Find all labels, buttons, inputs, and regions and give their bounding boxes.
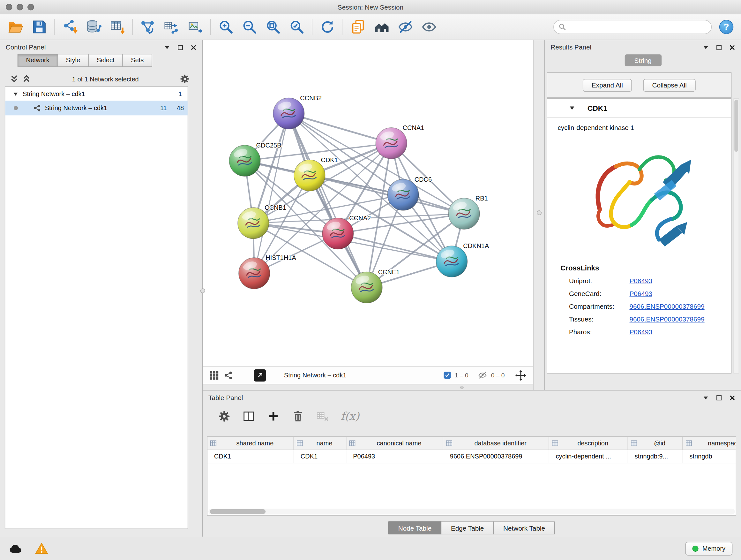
table-horizontal-scrollbar[interactable]	[208, 509, 735, 514]
column-header[interactable]: @id	[628, 437, 683, 449]
search-box	[553, 20, 712, 34]
disclosure-triangle-icon[interactable]	[569, 105, 575, 111]
tab-node-table[interactable]: Node Table	[388, 521, 442, 534]
open-in-new-window-button[interactable]	[254, 369, 266, 381]
node-label: CCNB1	[265, 204, 286, 211]
close-window-button[interactable]	[6, 3, 12, 10]
table-panel-title: Table Panel	[208, 394, 243, 401]
import-network-database-button[interactable]	[82, 16, 105, 38]
gene-header[interactable]: CDK1	[547, 99, 731, 118]
collapse-all-button[interactable]: Collapse All	[643, 79, 696, 91]
search-input[interactable]	[569, 23, 706, 30]
table-tabs: Node Table Edge Table Network Table	[203, 521, 741, 534]
network-node-HIST1H1A[interactable]: HIST1H1A	[239, 254, 296, 289]
float-panel-icon[interactable]	[177, 44, 183, 50]
tab-select[interactable]: Select	[88, 54, 123, 67]
close-panel-icon[interactable]	[191, 44, 197, 50]
grid-view-icon[interactable]	[209, 370, 219, 380]
network-canvas[interactable]: CCNB2CCNA1CDC25BCDK1CDC6RB1CCNB1CCNA2CDK…	[203, 40, 533, 384]
open-session-button[interactable]	[4, 16, 27, 38]
string-tab[interactable]: String	[624, 54, 662, 66]
table-settings-gear-icon[interactable]	[218, 410, 231, 422]
float-panel-icon[interactable]	[716, 44, 722, 50]
delete-column-icon[interactable]	[292, 410, 305, 422]
results-scrollbar[interactable]	[733, 98, 739, 374]
crosslink-link[interactable]: P06493	[630, 277, 652, 285]
column-header[interactable]: shared name	[207, 437, 294, 449]
vertical-splitter[interactable]	[533, 40, 544, 390]
hide-selected-button[interactable]	[394, 16, 417, 38]
zoom-out-button[interactable]	[238, 16, 261, 38]
expand-all-button[interactable]: Expand All	[583, 79, 632, 91]
zoom-window-button[interactable]	[27, 3, 34, 10]
tab-network[interactable]: Network	[17, 54, 58, 67]
pan-crosshair-icon[interactable]	[515, 369, 527, 381]
network-node-CDKN1A[interactable]: CDKN1A	[436, 242, 489, 277]
zoom-selected-button[interactable]	[285, 16, 309, 38]
import-table-file-button[interactable]	[105, 16, 129, 38]
crosslink-link[interactable]: 9606.ENSP00000378699	[630, 315, 704, 323]
birdseye-view-icon[interactable]	[223, 370, 233, 380]
network-node-CCNB1[interactable]: CCNB1	[238, 204, 286, 239]
selected-checkbox-icon[interactable]	[444, 372, 451, 379]
scrollbar-thumb[interactable]	[210, 509, 266, 514]
horizontal-splitter[interactable]	[203, 384, 533, 390]
network-collection-row[interactable]: String Network – cdk1 1	[5, 87, 188, 101]
column-header[interactable]: database identifier	[443, 437, 549, 449]
copy-document-button[interactable]	[346, 16, 370, 38]
column-header[interactable]: name	[294, 437, 346, 449]
network-node-CDK1[interactable]: CDK1	[294, 157, 338, 191]
splitter-handle[interactable]	[537, 210, 542, 215]
minimize-window-button[interactable]	[17, 3, 23, 10]
help-button[interactable]: ?	[719, 20, 733, 34]
show-columns-icon[interactable]	[243, 410, 255, 422]
close-panel-icon[interactable]	[729, 395, 735, 401]
export-network-button[interactable]	[160, 16, 184, 38]
disclosure-triangle-icon[interactable]	[13, 91, 18, 97]
network-node-CCNB2[interactable]: CCNB2	[273, 95, 322, 129]
tab-style[interactable]: Style	[57, 54, 89, 67]
warning-icon[interactable]	[35, 543, 48, 555]
save-session-button[interactable]	[27, 16, 51, 38]
tab-edge-table[interactable]: Edge Table	[441, 521, 494, 534]
memory-button[interactable]: Memory	[685, 542, 733, 555]
birdseye-home-button[interactable]	[370, 16, 394, 38]
apply-layout-button[interactable]	[316, 16, 339, 38]
panel-menu-icon[interactable]	[164, 44, 170, 50]
hidden-count: 0 – 0	[491, 372, 505, 379]
gear-icon[interactable]	[180, 74, 190, 84]
collapse-tree-icon[interactable]	[10, 74, 19, 84]
edge-count: 48	[167, 105, 184, 111]
scrollbar-thumb[interactable]	[734, 100, 738, 152]
network-node-CCNA1[interactable]: CCNA1	[376, 124, 424, 159]
crosslink-link[interactable]: P06493	[630, 290, 652, 298]
network-node-RB1[interactable]: RB1	[448, 195, 488, 229]
splitter-handle[interactable]	[461, 386, 464, 389]
column-header[interactable]: namespac	[683, 437, 736, 449]
zoom-in-button[interactable]	[214, 16, 238, 38]
import-network-file-button[interactable]	[58, 16, 82, 38]
zoom-fit-button[interactable]	[261, 16, 285, 38]
new-network-button[interactable]	[136, 16, 159, 38]
tab-network-table[interactable]: Network Table	[493, 521, 555, 534]
column-header[interactable]: description	[549, 437, 628, 449]
export-image-button[interactable]	[184, 16, 207, 38]
crosslink-link[interactable]: P06493	[630, 328, 652, 336]
expand-tree-icon[interactable]	[22, 74, 31, 84]
add-column-icon[interactable]	[267, 410, 280, 422]
table-row[interactable]: CDK1 CDK1 P06493 9606.ENSP00000378699 cy…	[207, 450, 736, 463]
crosslink-row: GeneCard: P06493	[569, 290, 731, 298]
column-header[interactable]: canonical name	[346, 437, 443, 449]
network-node-CDC6[interactable]: CDC6	[387, 176, 432, 210]
panel-menu-icon[interactable]	[703, 44, 709, 50]
network-graph[interactable]: CCNB2CCNA1CDC25BCDK1CDC6RB1CCNB1CCNA2CDK…	[203, 40, 532, 367]
close-panel-icon[interactable]	[729, 44, 735, 50]
show-all-button[interactable]	[417, 16, 441, 38]
cloud-icon[interactable]	[9, 543, 23, 553]
splitter-handle[interactable]	[200, 288, 205, 293]
crosslink-link[interactable]: 9606.ENSP00000378699	[630, 303, 704, 310]
panel-menu-icon[interactable]	[703, 395, 709, 401]
tab-sets[interactable]: Sets	[123, 54, 152, 67]
float-panel-icon[interactable]	[716, 395, 722, 401]
network-row[interactable]: String Network – cdk1 11 48	[5, 101, 188, 115]
